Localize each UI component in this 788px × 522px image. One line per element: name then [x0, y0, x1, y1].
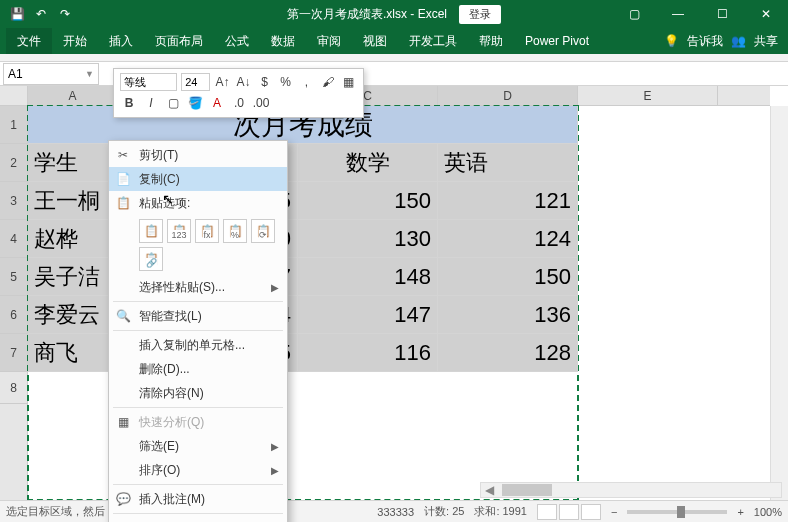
cell-a7[interactable]: 商飞: [28, 334, 118, 372]
merge-center-icon[interactable]: ▦: [340, 73, 357, 91]
minimize-icon[interactable]: —: [656, 0, 700, 28]
login-button[interactable]: 登录: [459, 5, 501, 24]
tab-layout[interactable]: 页面布局: [144, 28, 214, 54]
row-header-4[interactable]: 4: [0, 220, 27, 258]
tellme-label[interactable]: 告诉我: [687, 33, 723, 50]
font-color-icon[interactable]: A: [208, 94, 226, 112]
close-icon[interactable]: ✕: [744, 0, 788, 28]
paste-option-formulas[interactable]: fx: [195, 219, 219, 243]
font-size-selector[interactable]: 24: [181, 73, 210, 91]
horizontal-scrollbar[interactable]: ◀: [480, 482, 782, 498]
menu-insert-comment[interactable]: 💬插入批注(M): [109, 487, 287, 511]
zoom-level[interactable]: 100%: [754, 506, 782, 518]
format-painter-icon[interactable]: 🖌: [319, 73, 336, 91]
menu-paste-special[interactable]: 选择性粘贴(S)...▶: [109, 275, 287, 299]
fill-color-icon[interactable]: 🪣: [186, 94, 204, 112]
cell-c5[interactable]: 148: [298, 258, 438, 296]
row-header-3[interactable]: 3: [0, 182, 27, 220]
row-header-2[interactable]: 2: [0, 144, 27, 182]
menu-copy[interactable]: 📄复制(C): [109, 167, 287, 191]
menu-insert-copied[interactable]: 插入复制的单元格...: [109, 333, 287, 357]
cell-c4[interactable]: 130: [298, 220, 438, 258]
tab-formulas[interactable]: 公式: [214, 28, 260, 54]
cell-d4[interactable]: 124: [438, 220, 578, 258]
paste-option-formatting[interactable]: ⟳: [251, 219, 275, 243]
cell-a2[interactable]: 学生: [28, 144, 118, 182]
cell-c2[interactable]: 数学: [298, 144, 438, 182]
cell-d2[interactable]: 英语: [438, 144, 578, 182]
row-header-8[interactable]: 8: [0, 372, 27, 404]
menu-smart-lookup[interactable]: 🔍智能查找(L): [109, 304, 287, 328]
menu-delete[interactable]: 删除(D)...: [109, 357, 287, 381]
cell-d3[interactable]: 121: [438, 182, 578, 220]
font-selector[interactable]: 等线: [120, 73, 177, 91]
percent-format-icon[interactable]: %: [277, 73, 294, 91]
tab-help[interactable]: 帮助: [468, 28, 514, 54]
page-break-view-icon[interactable]: [581, 504, 601, 520]
menu-cut[interactable]: ✂剪切(T): [109, 143, 287, 167]
decrease-font-icon[interactable]: A↓: [235, 73, 252, 91]
increase-decimal-icon[interactable]: .00: [252, 94, 270, 112]
col-header-e[interactable]: E: [578, 86, 718, 105]
accounting-format-icon[interactable]: $: [256, 73, 273, 91]
cell-a3[interactable]: 王一桐: [28, 182, 118, 220]
maximize-icon[interactable]: ☐: [700, 0, 744, 28]
paste-option-all[interactable]: [139, 219, 163, 243]
tab-data[interactable]: 数据: [260, 28, 306, 54]
decrease-decimal-icon[interactable]: .0: [230, 94, 248, 112]
tab-developer[interactable]: 开发工具: [398, 28, 468, 54]
zoom-in-icon[interactable]: +: [737, 506, 743, 518]
paste-option-transpose[interactable]: %: [223, 219, 247, 243]
normal-view-icon[interactable]: [537, 504, 557, 520]
tab-view[interactable]: 视图: [352, 28, 398, 54]
comma-format-icon[interactable]: ,: [298, 73, 315, 91]
ribbon-options-icon[interactable]: ▢: [612, 0, 656, 28]
paste-option-values[interactable]: 123: [167, 219, 191, 243]
menu-sort[interactable]: 排序(O)▶: [109, 458, 287, 482]
border-icon[interactable]: ▢: [164, 94, 182, 112]
status-count: 计数: 25: [424, 504, 464, 519]
zoom-out-icon[interactable]: −: [611, 506, 617, 518]
page-layout-view-icon[interactable]: [559, 504, 579, 520]
increase-font-icon[interactable]: A↑: [214, 73, 231, 91]
row-header-7[interactable]: 7: [0, 334, 27, 372]
cell-a6[interactable]: 李爱云: [28, 296, 118, 334]
scrollbar-thumb[interactable]: [502, 484, 552, 496]
row-header-6[interactable]: 6: [0, 296, 27, 334]
cell-c3[interactable]: 150: [298, 182, 438, 220]
tab-home[interactable]: 开始: [52, 28, 98, 54]
tab-powerpivot[interactable]: Power Pivot: [514, 28, 600, 54]
chevron-down-icon[interactable]: ▼: [85, 69, 94, 79]
name-box[interactable]: A1 ▼: [3, 63, 99, 85]
italic-icon[interactable]: I: [142, 94, 160, 112]
tellme-icon[interactable]: 💡: [664, 34, 679, 48]
row-header-1[interactable]: 1: [0, 106, 27, 144]
col-header-d[interactable]: D: [438, 86, 578, 105]
cell-c7[interactable]: 116: [298, 334, 438, 372]
col-header-a[interactable]: A: [28, 86, 118, 105]
cell-d5[interactable]: 150: [438, 258, 578, 296]
cell-a4[interactable]: 赵桦: [28, 220, 118, 258]
menu-clear[interactable]: 清除内容(N): [109, 381, 287, 405]
vertical-scrollbar[interactable]: [770, 106, 788, 500]
redo-icon[interactable]: ↷: [54, 3, 76, 25]
paste-option-link[interactable]: 🔗: [139, 247, 163, 271]
bold-icon[interactable]: B: [120, 94, 138, 112]
cell-c6[interactable]: 147: [298, 296, 438, 334]
menu-filter[interactable]: 筛选(E)▶: [109, 434, 287, 458]
scroll-left-icon[interactable]: ◀: [481, 483, 498, 497]
cell-d6[interactable]: 136: [438, 296, 578, 334]
tab-review[interactable]: 审阅: [306, 28, 352, 54]
cell-a5[interactable]: 吴子洁: [28, 258, 118, 296]
share-icon[interactable]: 👥: [731, 34, 746, 48]
menu-format-cells[interactable]: ⊞设置单元格格式(F)...: [109, 516, 287, 522]
tab-insert[interactable]: 插入: [98, 28, 144, 54]
row-header-5[interactable]: 5: [0, 258, 27, 296]
select-all-corner[interactable]: [0, 86, 28, 106]
zoom-slider[interactable]: [627, 510, 727, 514]
share-label[interactable]: 共享: [754, 33, 778, 50]
tab-file[interactable]: 文件: [6, 28, 52, 54]
undo-icon[interactable]: ↶: [30, 3, 52, 25]
cell-d7[interactable]: 128: [438, 334, 578, 372]
save-icon[interactable]: 💾: [6, 3, 28, 25]
